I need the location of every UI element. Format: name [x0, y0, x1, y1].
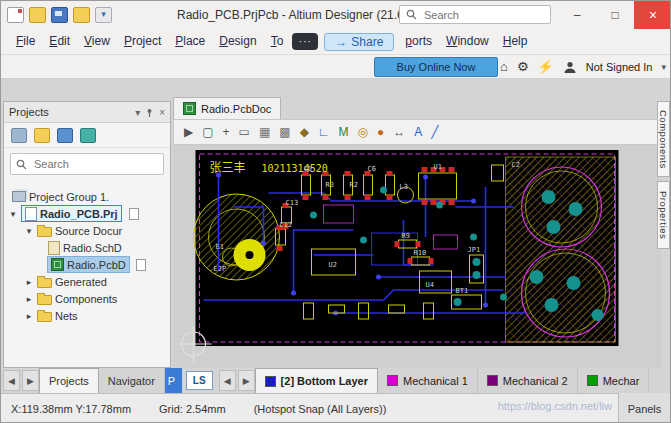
- tree-label: Radio.PcbD: [67, 259, 126, 271]
- gear-icon[interactable]: ⚙: [517, 60, 529, 73]
- layer-tab-label: Mechar: [603, 375, 640, 387]
- pcb-label: U4: [426, 281, 434, 289]
- tab-components-panel[interactable]: Components: [657, 101, 670, 177]
- pin-icon[interactable]: [145, 108, 154, 117]
- dimension-icon[interactable]: ↔: [393, 126, 405, 138]
- chevron-down-icon[interactable]: ▾: [661, 62, 666, 72]
- pcb-toolbar: ▶▢+▭▦▩◆∟M◎●↔A╱: [173, 119, 661, 145]
- pcb-doc-icon: [51, 258, 64, 271]
- menu-reports[interactable]: ports: [398, 29, 439, 54]
- crosshair-icon[interactable]: +: [223, 126, 230, 138]
- layer-tab-bottom[interactable]: [2] Bottom Layer: [255, 368, 378, 393]
- string-icon[interactable]: A: [414, 126, 422, 138]
- titlebar-quick-icons: ▾: [7, 7, 112, 23]
- comments-badge-icon[interactable]: [292, 33, 318, 50]
- expand-arrow-icon[interactable]: ▸: [24, 311, 34, 321]
- save-icon[interactable]: [51, 7, 68, 23]
- expand-arrow-icon[interactable]: ▾: [8, 209, 18, 219]
- open-document-icon[interactable]: [29, 7, 46, 23]
- layer-tabs-forward-icon[interactable]: ▶: [238, 370, 255, 391]
- panel-tabs-back-icon[interactable]: ◀: [3, 370, 20, 391]
- signin-label[interactable]: Not Signed In: [586, 61, 653, 73]
- menu-help[interactable]: Help: [496, 29, 535, 54]
- buy-online-button[interactable]: Buy Online Now: [374, 57, 498, 77]
- sync-icon[interactable]: ⚡: [538, 60, 554, 73]
- expand-arrow-icon[interactable]: ▸: [24, 294, 34, 304]
- menubar: File Edit View Project Place Design To →…: [1, 29, 671, 55]
- macro-icon[interactable]: M: [339, 126, 349, 138]
- tab-navigator[interactable]: Navigator: [99, 368, 165, 393]
- tree-item-pcb-doc[interactable]: Radio.PcbD: [4, 256, 170, 273]
- save-project-icon[interactable]: [11, 128, 27, 143]
- layer-tab-label: Mechanical 1: [403, 375, 468, 387]
- home-icon[interactable]: ⌂: [500, 60, 508, 73]
- menu-edit[interactable]: Edit: [42, 29, 77, 54]
- tree-item-schematic-doc[interactable]: Radio.SchD: [4, 239, 170, 256]
- panel-close-icon[interactable]: ×: [159, 107, 165, 118]
- snap-readout: (Hotspot Snap (All Layers)): [254, 403, 387, 415]
- tab-properties-panel[interactable]: Properties: [657, 181, 670, 249]
- tree-item-project-group[interactable]: Project Group 1.: [4, 188, 170, 205]
- layer-tab-mechanical1[interactable]: Mechanical 1: [378, 368, 478, 393]
- tree-item-generated[interactable]: ▸ Generated: [4, 273, 170, 290]
- panels-button[interactable]: Panels: [618, 393, 670, 423]
- cursor-icon[interactable]: ▶: [184, 126, 193, 138]
- tree-item-nets[interactable]: ▸ Nets: [4, 307, 170, 324]
- menu-window[interactable]: Window: [439, 29, 496, 54]
- menu-view[interactable]: View: [77, 29, 117, 54]
- tab-clipped[interactable]: P: [165, 368, 182, 393]
- layer-color-chip: [387, 375, 398, 386]
- tab-radio-pcbdoc[interactable]: Radio.PcbDoc: [173, 97, 281, 120]
- panel-tabs-forward-icon[interactable]: ▶: [22, 370, 39, 391]
- grid-icon[interactable]: ▦: [259, 126, 270, 138]
- layer-set-button[interactable]: LS: [186, 371, 213, 390]
- menu-tools[interactable]: To: [264, 29, 291, 54]
- projects-search-box[interactable]: [10, 153, 164, 175]
- selection-rect-icon[interactable]: ▭: [239, 126, 250, 138]
- tree-item-source-documents[interactable]: ▾ Source Docur: [4, 222, 170, 239]
- tree-item-components[interactable]: ▸ Components: [4, 290, 170, 307]
- via-icon[interactable]: ◎: [358, 126, 368, 138]
- tree-label: Nets: [55, 310, 78, 322]
- tree-label: Radio.SchD: [63, 242, 122, 254]
- pad-icon[interactable]: ●: [377, 126, 384, 138]
- expand-arrow-icon[interactable]: ▸: [24, 277, 34, 287]
- open-project-icon[interactable]: [73, 7, 90, 23]
- pcb-canvas[interactable]: 张三丰10211314520C5R3R2C6U1L3C2C13C12R9E1EJ…: [173, 145, 661, 368]
- panel-menu-icon[interactable]: ▾: [135, 107, 140, 118]
- share-button[interactable]: → Share: [324, 33, 394, 51]
- projects-search-input[interactable]: [32, 157, 146, 171]
- tree-item-project[interactable]: ▾ Radio_PCB.Prj: [4, 205, 170, 222]
- layer-tab-mechanical3[interactable]: Mechar: [578, 368, 650, 393]
- menu-design[interactable]: Design: [212, 29, 263, 54]
- menu-place[interactable]: Place: [168, 29, 212, 54]
- open-folder-icon[interactable]: [34, 128, 50, 143]
- tab-projects[interactable]: Projects: [39, 368, 99, 393]
- global-search-input[interactable]: [422, 8, 536, 22]
- search-icon: [406, 9, 417, 20]
- expand-arrow-icon[interactable]: ▾: [24, 226, 34, 236]
- polygon-pour-icon[interactable]: ◆: [300, 126, 309, 138]
- maximize-button[interactable]: □: [596, 1, 634, 29]
- history-icon[interactable]: ▾: [95, 7, 112, 23]
- global-search-box[interactable]: [399, 5, 551, 24]
- close-button[interactable]: ×: [634, 1, 671, 29]
- pcb-label: R3: [326, 181, 334, 189]
- pcb-drawing[interactable]: 张三丰10211314520C5R3R2C6U1L3C2C13C12R9E1EJ…: [173, 145, 661, 368]
- menu-project[interactable]: Project: [117, 29, 168, 54]
- pcb-label: JP1: [468, 246, 481, 254]
- minimize-button[interactable]: –: [558, 1, 596, 29]
- new-document-icon[interactable]: [7, 7, 24, 23]
- compile-icon[interactable]: [57, 128, 73, 143]
- project-group-icon: [12, 191, 26, 202]
- layer-tabs-back-icon[interactable]: ◀: [219, 370, 236, 391]
- snap-grid-icon[interactable]: ▩: [279, 126, 290, 138]
- line-icon[interactable]: ╱: [431, 126, 438, 138]
- explorer-icon[interactable]: [80, 128, 96, 143]
- menu-file[interactable]: File: [9, 29, 42, 54]
- interactive-route-icon[interactable]: ∟: [318, 126, 330, 138]
- pcb-label: C6: [368, 165, 376, 173]
- layer-tab-mechanical2[interactable]: Mechanical 2: [478, 368, 578, 393]
- user-icon[interactable]: [563, 60, 577, 74]
- drag-select-icon[interactable]: ▢: [202, 126, 213, 138]
